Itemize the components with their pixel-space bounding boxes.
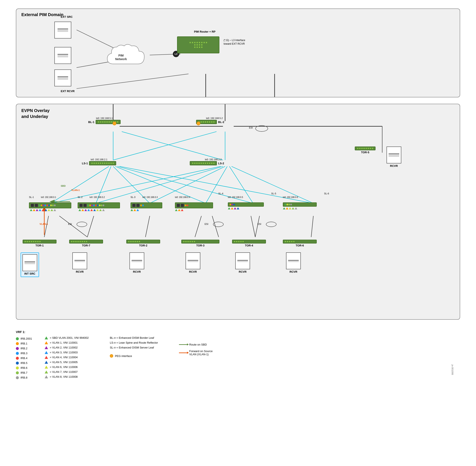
svg-line-35 (311, 216, 313, 237)
ext-src-server-top (54, 22, 71, 38)
vrf-title: VRF 1: (16, 330, 32, 334)
legend-tri-1: = VLAN 1, VNI 110001 (45, 341, 89, 344)
cloud-svg: PIM Network (105, 43, 147, 70)
sl2-switch (78, 202, 120, 208)
tri-7 (45, 371, 48, 373)
server-icon-rcvr-tor2 (129, 252, 144, 269)
legend-peg: PEG interface (110, 354, 158, 358)
tri-2 (45, 346, 48, 349)
l3-interface-label: (*,G) – L3 Interfacetoward EXT RCVR (224, 38, 245, 46)
tor7-label: TOR-7 (82, 244, 90, 247)
server-icon-rcvr-tor6 (286, 252, 301, 269)
tri-8 (45, 375, 48, 378)
sl3-lo0: lo0: 192.168.0.3 (143, 196, 158, 198)
label-irb2001: IRB.2001 (21, 337, 32, 340)
sl4-triangles (175, 209, 213, 211)
bl2-device: lo0: 192.168.5.2 BL-2 (196, 117, 224, 124)
dot-irb4 (16, 357, 19, 360)
legend-tri-7: = VLAN 7, VNI 110007 (45, 370, 89, 373)
tor5-label: TOR-5 (361, 151, 369, 154)
label-irb5: IRB.5 (21, 361, 27, 365)
legend-irb-4: IRB.4 (16, 357, 32, 360)
legend-def-bl: BL-n = Enhanced OISM Border Leaf (110, 336, 158, 339)
pim-router-switch (177, 36, 219, 53)
tor6-switch (283, 240, 317, 244)
tri-6 (45, 366, 48, 369)
label-irb3: IRB.3 (21, 352, 27, 355)
sl6-device: lo0: 192.168.0.6 SL-6 (283, 199, 317, 210)
legend-def-ls: LS-n = Lean Spine and Route Reflector (110, 341, 158, 344)
legend-irb-7: IRB.7 (16, 371, 32, 374)
label-irb6: IRB.6 (21, 366, 27, 370)
page-id: jn-001006 (451, 365, 454, 375)
sl1-device: SL-1 lo0: 192.168.0.1 (29, 199, 71, 211)
ls1-switch-row: LS-1 (82, 161, 116, 165)
tor5-switch (355, 147, 375, 150)
tor4-label: TOR-4 (245, 244, 253, 247)
legend-irb-5: IRB.5 (16, 361, 32, 365)
rcvr-tor7-label: RCVR (76, 270, 84, 273)
legend-tri-4: = VLAN 4, VNI 110004 (45, 356, 89, 359)
rcvr-tor7: RCVR (72, 252, 87, 273)
ls1-label: LS-1 (82, 162, 88, 165)
sl5-label: SL-5 (271, 192, 276, 195)
tor1-label: TOR-1 (35, 244, 44, 247)
sl5-triangles (228, 207, 264, 210)
sl2-triangles (78, 209, 120, 211)
int-src-server: INT SRC (21, 252, 39, 277)
svg-line-27 (44, 216, 48, 237)
sl3-switch (131, 202, 162, 208)
dot-irb6 (16, 366, 19, 370)
svg-line-18 (115, 166, 206, 203)
label-irb8: IRB.8 (21, 376, 27, 379)
tri-2001 (45, 337, 48, 339)
tor6-label: TOR-6 (296, 244, 304, 247)
label-def-ls: LS-n = Lean Spine and Route Reflector (110, 341, 158, 344)
label-peg: PEG interface (115, 354, 132, 358)
tor4-device: TOR-4 (232, 240, 266, 247)
arrow-green-legend (179, 344, 187, 345)
server-icon-ext-src-top (54, 22, 71, 38)
rcvr-tor6-label: RCVR (290, 270, 297, 273)
svg-line-34 (255, 216, 259, 237)
evpn-label: EVPN Overlayand Underlay (21, 107, 49, 119)
bl2-lo0: lo0: 192.168.5.2 (206, 117, 223, 119)
sl4-switch (175, 202, 213, 208)
server-icon-rcvr-tor7 (72, 252, 87, 269)
legend-section: VRF 1: IRB.2001 IRB.1 IRB.2 IRB.3 IRB.4 (16, 330, 460, 379)
rcvr-tor2-label: RCVR (133, 270, 141, 273)
dot-irb5 (16, 362, 19, 365)
label-def-sl: SL-n = Enhanced OISM Server Leaf (110, 346, 154, 349)
rcvr-tor4: RCVR (235, 252, 250, 273)
sbd-label: SBD (61, 185, 66, 187)
ext-pim-box: External PIM Domain EXT SRC (16, 9, 460, 97)
tor3-label: TOR-3 (196, 244, 204, 247)
sl5-switch (228, 202, 264, 207)
svg-line-31 (195, 216, 202, 237)
svg-text:Network: Network (115, 57, 127, 61)
ext-src-server-bottom (54, 47, 71, 64)
legend-irb-2: IRB.2 (16, 347, 32, 350)
tor3-device: TOR-3 (181, 240, 219, 247)
ls2-switch (190, 161, 217, 165)
label-tri-6: = VLAN 6, VNI 110006 (50, 365, 78, 369)
sl3-device: SL-3 lo0: 192.168.0.3 (131, 199, 162, 211)
rcvr-tor3-label: RCVR (189, 270, 197, 273)
sl5-device: lo0: 192.168.0.5 SL-5 (228, 199, 264, 210)
rcvr-tor6: RCVR (286, 252, 301, 273)
bl2-peg-dot (196, 122, 200, 125)
pim-cloud: PIM Network (105, 43, 147, 71)
label-tri-1: = VLAN 1, VNI 110001 (50, 341, 78, 344)
label-tri-3: = VLAN 3, VNI 110003 (50, 351, 78, 354)
tor2-label: TOR-2 (139, 244, 147, 247)
legend-tri-2: = VLAN 2, VNI 110002 (45, 346, 89, 349)
sl6-triangles (283, 207, 317, 210)
tri-3 (45, 351, 48, 354)
ls1-switch (89, 161, 116, 165)
tor7-switch (69, 240, 103, 244)
ls2-device: lo0: 192.168.2.2 LS-2 (190, 158, 224, 165)
svg-line-11 (113, 131, 216, 160)
esi-oval-tor5 (255, 125, 268, 132)
tor7-device: TOR-7 (69, 240, 103, 247)
legend-irb-1: IRB.1 (16, 342, 32, 345)
